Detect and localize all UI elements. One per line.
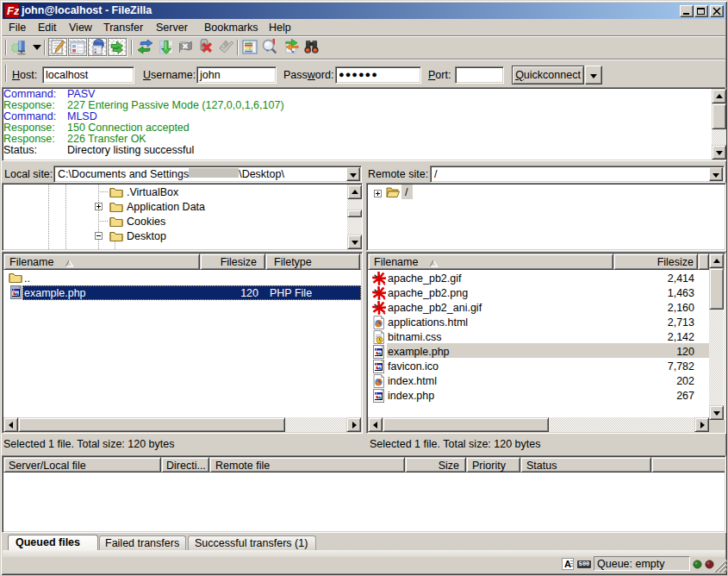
- svg-text:Fz: Fz: [7, 4, 19, 17]
